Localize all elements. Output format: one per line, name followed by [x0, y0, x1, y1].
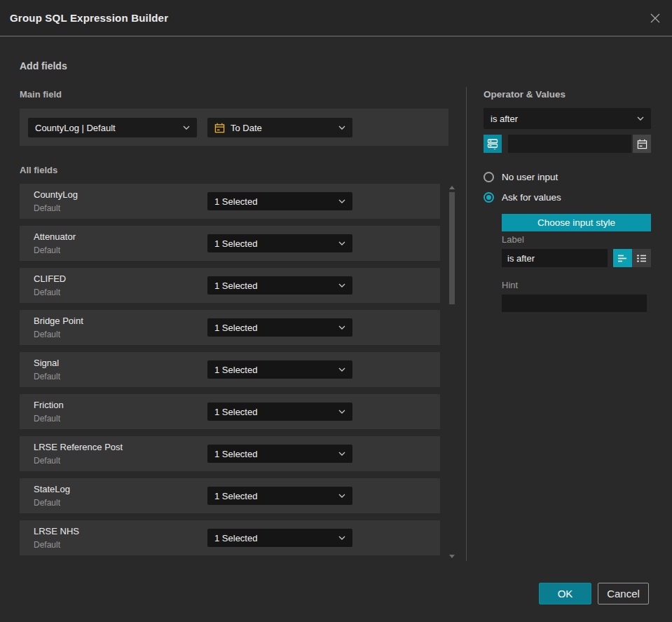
close-button[interactable]	[649, 12, 661, 25]
radio-no-user-input[interactable]: No user input	[484, 172, 558, 182]
choose-input-style-label: Choose input style	[537, 217, 615, 228]
field-subtitle: Default	[34, 414, 60, 424]
field-row: Attenuator Default 1 Selected	[20, 226, 440, 261]
operator-select-value: is after	[491, 114, 518, 124]
operator-values-heading: Operator & Values	[484, 89, 565, 100]
dialog-header: Group SQL Expression Builder	[0, 0, 672, 36]
field-selected-dropdown[interactable]: 1 Selected	[207, 403, 352, 421]
ok-button[interactable]: OK	[539, 583, 591, 604]
field-row: Friction Default 1 Selected	[20, 394, 440, 429]
chevron-down-icon	[338, 494, 345, 498]
list-input-style-toggle[interactable]	[632, 249, 651, 267]
field-selected-dropdown[interactable]: 1 Selected	[207, 234, 352, 252]
field-name: StateLog	[34, 484, 70, 494]
radio-no-user-input-label: No user input	[502, 172, 558, 182]
radio-selected-icon	[484, 192, 494, 203]
field-row: CountyLog Default 1 Selected	[20, 184, 440, 219]
radio-ask-for-values-label: Ask for values	[502, 192, 561, 203]
field-selected-value: 1 Selected	[214, 323, 257, 333]
field-subtitle: Default	[34, 245, 60, 255]
field-row: Signal Default 1 Selected	[20, 352, 440, 387]
field-name: LRSE NHS	[34, 526, 79, 536]
all-fields-label: All fields	[20, 165, 57, 175]
field-name: Friction	[34, 400, 64, 410]
field-subtitle: Default	[34, 330, 60, 339]
field-subtitle: Default	[34, 540, 60, 550]
calendar-icon	[637, 139, 647, 149]
value-input[interactable]	[508, 135, 631, 153]
field-row: CLIFED Default 1 Selected	[20, 268, 440, 303]
main-field-label: Main field	[20, 89, 62, 100]
field-selected-value: 1 Selected	[214, 238, 257, 249]
chevron-down-icon	[183, 126, 190, 130]
field-subtitle: Default	[34, 288, 60, 297]
field-name: LRSE Reference Post	[34, 442, 123, 452]
add-fields-heading: Add fields	[20, 60, 67, 72]
field-selected-value: 1 Selected	[214, 491, 257, 501]
label-label: Label	[502, 234, 524, 245]
field-row: LRSE Reference Post Default 1 Selected	[20, 436, 440, 471]
radio-circle-icon	[484, 172, 494, 182]
chevron-down-icon	[338, 241, 345, 245]
field-selected-value: 1 Selected	[214, 280, 257, 291]
field-selected-dropdown[interactable]: 1 Selected	[207, 445, 352, 463]
chevron-down-icon	[338, 126, 345, 130]
main-field-date-select[interactable]: To Date	[207, 118, 352, 137]
ok-button-label: OK	[558, 588, 573, 600]
column-divider	[466, 87, 467, 561]
date-picker-button[interactable]	[633, 135, 651, 153]
field-selected-dropdown[interactable]: 1 Selected	[207, 360, 352, 379]
hint-label: Hint	[502, 280, 518, 290]
field-row: LRSE NHS Default 1 Selected	[20, 520, 440, 555]
radio-ask-for-values[interactable]: Ask for values	[484, 192, 561, 203]
chevron-down-icon	[637, 116, 644, 121]
field-subtitle: Default	[34, 372, 60, 381]
close-icon	[650, 13, 661, 24]
field-name: CountyLog	[34, 189, 78, 200]
value-type-stack-icon	[487, 138, 498, 149]
field-row: StateLog Default 1 Selected	[20, 478, 440, 513]
cancel-button[interactable]: Cancel	[598, 583, 649, 604]
list-icon	[636, 254, 647, 263]
chevron-down-icon	[338, 536, 345, 540]
field-selected-dropdown[interactable]: 1 Selected	[207, 487, 352, 505]
chevron-down-icon	[338, 452, 345, 456]
main-field-select[interactable]: CountyLog | Default	[28, 118, 197, 137]
field-selected-value: 1 Selected	[214, 449, 257, 459]
label-input[interactable]	[502, 249, 608, 267]
chevron-down-icon	[338, 410, 345, 414]
scrollbar-down-arrow[interactable]	[449, 555, 455, 558]
main-field-date-value: To Date	[231, 123, 262, 133]
dialog-title: Group SQL Expression Builder	[10, 12, 168, 24]
main-field-select-value: CountyLog | Default	[35, 123, 116, 133]
chevron-down-icon	[338, 199, 345, 203]
value-input-row	[484, 135, 651, 153]
calendar-icon	[214, 123, 225, 133]
group-sql-expression-builder-dialog: Group SQL Expression Builder Add fields …	[0, 0, 672, 622]
field-selected-dropdown[interactable]: 1 Selected	[207, 192, 352, 210]
field-name: Signal	[34, 358, 59, 368]
cancel-button-label: Cancel	[607, 588, 640, 600]
all-fields-list: CountyLog Default 1 Selected Attenuator …	[20, 184, 440, 562]
field-selected-dropdown[interactable]: 1 Selected	[207, 276, 352, 295]
hint-input[interactable]	[502, 295, 647, 312]
field-selected-dropdown[interactable]: 1 Selected	[207, 529, 352, 547]
field-selected-dropdown[interactable]: 1 Selected	[207, 318, 352, 337]
main-field-panel: CountyLog | Default To Date	[20, 109, 448, 146]
scrollbar-thumb[interactable]	[449, 192, 455, 304]
field-selected-value: 1 Selected	[214, 365, 257, 375]
field-subtitle: Default	[34, 203, 60, 213]
field-row: Bridge Point Default 1 Selected	[20, 310, 440, 345]
choose-input-style-button[interactable]: Choose input style	[502, 214, 651, 231]
chevron-down-icon	[338, 283, 345, 288]
operator-select[interactable]: is after	[484, 108, 651, 129]
value-type-button[interactable]	[484, 135, 502, 153]
field-selected-value: 1 Selected	[214, 407, 257, 417]
field-name: Attenuator	[34, 231, 76, 242]
scrollbar-up-arrow[interactable]	[449, 186, 455, 189]
single-input-style-toggle[interactable]	[613, 249, 632, 267]
field-subtitle: Default	[34, 498, 60, 508]
field-name: Bridge Point	[34, 316, 83, 326]
field-name: CLIFED	[34, 273, 66, 284]
label-input-row	[502, 249, 651, 267]
